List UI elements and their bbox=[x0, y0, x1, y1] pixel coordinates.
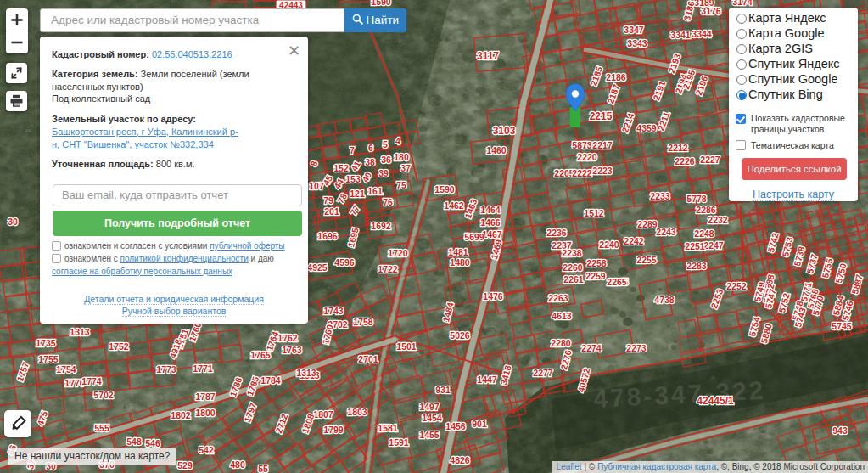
svg-text:4925: 4925 bbox=[307, 262, 328, 273]
svg-text:1787: 1787 bbox=[195, 391, 216, 402]
svg-text:2215: 2215 bbox=[590, 110, 613, 122]
svg-text:3343: 3343 bbox=[627, 38, 647, 48]
svg-text:3347: 3347 bbox=[624, 25, 644, 35]
svg-text:4613: 4613 bbox=[552, 311, 572, 321]
svg-text:2217: 2217 bbox=[592, 140, 613, 150]
svg-text:1763: 1763 bbox=[282, 345, 302, 355]
svg-text:2186: 2186 bbox=[606, 72, 626, 82]
svg-text:2273: 2273 bbox=[626, 343, 647, 353]
svg-text:2260: 2260 bbox=[563, 262, 583, 273]
svg-text:2252: 2252 bbox=[726, 281, 747, 291]
svg-text:2701: 2701 bbox=[358, 354, 378, 364]
svg-text:1722: 1722 bbox=[378, 264, 398, 274]
svg-text:2226: 2226 bbox=[675, 156, 695, 166]
svg-text:2258: 2258 bbox=[586, 258, 607, 268]
svg-text:2227: 2227 bbox=[700, 155, 720, 165]
svg-text:1784: 1784 bbox=[260, 375, 281, 386]
svg-text:5: 5 bbox=[383, 139, 388, 149]
svg-text:5702: 5702 bbox=[93, 390, 114, 400]
svg-text:3341: 3341 bbox=[670, 30, 691, 40]
svg-text:2220: 2220 bbox=[577, 152, 597, 162]
svg-text:2251: 2251 bbox=[685, 241, 705, 251]
svg-text:30: 30 bbox=[8, 217, 18, 227]
svg-text:2233: 2233 bbox=[650, 191, 670, 201]
svg-text:1765: 1765 bbox=[250, 350, 271, 360]
svg-text:542: 542 bbox=[199, 445, 214, 455]
svg-text:2205: 2205 bbox=[554, 168, 574, 178]
svg-text:943: 943 bbox=[832, 425, 848, 436]
svg-text:1720: 1720 bbox=[388, 248, 408, 258]
svg-text:3117: 3117 bbox=[477, 50, 499, 62]
svg-text:39: 39 bbox=[378, 168, 389, 178]
svg-text:1591: 1591 bbox=[389, 437, 409, 448]
svg-text:1773: 1773 bbox=[156, 364, 176, 374]
svg-text:1454: 1454 bbox=[422, 413, 442, 423]
svg-text:75: 75 bbox=[396, 180, 406, 190]
svg-text:5745: 5745 bbox=[832, 321, 852, 331]
svg-text:1501: 1501 bbox=[396, 341, 417, 352]
svg-text:2212: 2212 bbox=[668, 143, 688, 153]
svg-text:1743: 1743 bbox=[323, 306, 344, 316]
svg-text:153: 153 bbox=[345, 174, 361, 184]
svg-text:7: 7 bbox=[350, 145, 355, 155]
svg-text:1752: 1752 bbox=[109, 341, 129, 352]
svg-text:5778: 5778 bbox=[686, 194, 707, 204]
svg-text:931: 931 bbox=[435, 385, 451, 395]
svg-text:1800: 1800 bbox=[195, 408, 216, 418]
svg-text:6: 6 bbox=[368, 143, 373, 153]
svg-text:1755: 1755 bbox=[38, 354, 59, 364]
svg-text:1807: 1807 bbox=[313, 409, 333, 420]
svg-text:161: 161 bbox=[367, 186, 383, 196]
svg-text:1447: 1447 bbox=[477, 374, 497, 385]
svg-text:2243: 2243 bbox=[656, 227, 676, 237]
svg-text:180: 180 bbox=[394, 152, 409, 162]
svg-text:529: 529 bbox=[177, 460, 193, 470]
svg-text:1497: 1497 bbox=[419, 402, 440, 412]
svg-text:76: 76 bbox=[383, 197, 393, 207]
svg-text:201: 201 bbox=[324, 206, 339, 217]
svg-text:1799: 1799 bbox=[323, 425, 344, 435]
svg-text:2232: 2232 bbox=[708, 215, 728, 225]
svg-text:2274: 2274 bbox=[581, 343, 602, 353]
svg-text:2277: 2277 bbox=[533, 368, 553, 378]
svg-text:2222: 2222 bbox=[572, 168, 592, 178]
svg-text:1735: 1735 bbox=[36, 338, 56, 348]
svg-text:1313: 1313 bbox=[296, 368, 316, 378]
svg-text:1313: 1313 bbox=[70, 327, 90, 337]
svg-text:1481: 1481 bbox=[448, 247, 468, 257]
svg-text:121: 121 bbox=[350, 189, 365, 199]
svg-text:2236: 2236 bbox=[546, 228, 567, 238]
svg-text:3174: 3174 bbox=[732, 0, 753, 7]
svg-text:1802: 1802 bbox=[171, 410, 191, 420]
svg-text:42445/1: 42445/1 bbox=[697, 395, 734, 407]
svg-text:1590: 1590 bbox=[434, 184, 455, 194]
svg-text:37: 37 bbox=[400, 163, 411, 173]
svg-text:2283: 2283 bbox=[686, 261, 707, 271]
svg-text:36: 36 bbox=[381, 155, 391, 165]
svg-text:555: 555 bbox=[94, 423, 109, 433]
svg-text:1581: 1581 bbox=[378, 423, 398, 433]
svg-text:2265: 2265 bbox=[607, 277, 627, 287]
svg-text:1771: 1771 bbox=[193, 363, 213, 374]
svg-text:2259: 2259 bbox=[585, 271, 606, 281]
svg-text:79: 79 bbox=[323, 195, 333, 206]
svg-text:2238: 2238 bbox=[562, 248, 582, 258]
svg-text:1512: 1512 bbox=[584, 208, 604, 218]
svg-text:1467: 1467 bbox=[482, 229, 502, 239]
svg-text:2242: 2242 bbox=[624, 236, 644, 246]
svg-text:107: 107 bbox=[309, 181, 324, 191]
svg-text:1692: 1692 bbox=[371, 221, 391, 231]
svg-text:2255: 2255 bbox=[636, 255, 657, 265]
svg-text:1590: 1590 bbox=[371, 0, 391, 7]
svg-text:2289: 2289 bbox=[637, 219, 658, 229]
svg-text:1762: 1762 bbox=[277, 333, 298, 343]
svg-text:4596: 4596 bbox=[334, 257, 355, 267]
svg-text:2248: 2248 bbox=[694, 228, 714, 239]
svg-text:2280: 2280 bbox=[551, 338, 571, 348]
svg-text:55: 55 bbox=[258, 464, 268, 473]
svg-text:3344: 3344 bbox=[692, 29, 712, 39]
svg-text:1774: 1774 bbox=[81, 376, 102, 386]
svg-text:548: 548 bbox=[126, 436, 142, 447]
svg-text:1462: 1462 bbox=[444, 200, 464, 211]
svg-text:901: 901 bbox=[472, 419, 487, 429]
